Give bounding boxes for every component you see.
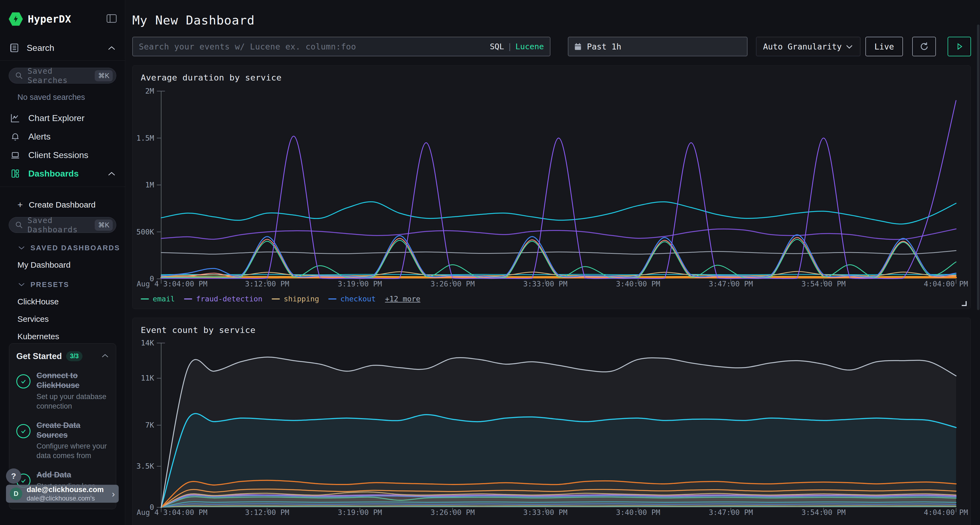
- event-search-placeholder: Search your events w/ Lucene ex. column:…: [139, 42, 490, 51]
- resize-handle[interactable]: [962, 301, 967, 306]
- event-count-chart[interactable]: 03.5K7K11K14KAug 4 3:04:00 PM3:12:00 PM3…: [132, 335, 971, 525]
- chevron-down-icon: [18, 281, 25, 289]
- calendar-icon: [574, 42, 582, 51]
- step-title: Add Data: [37, 470, 109, 480]
- svg-text:7K: 7K: [145, 421, 154, 429]
- svg-text:14K: 14K: [141, 339, 154, 347]
- saved-searches-input[interactable]: Saved Searches ⌘K: [9, 68, 116, 84]
- avatar: D: [10, 487, 22, 500]
- legend-item-checkout[interactable]: checkout: [328, 295, 375, 303]
- get-started-step[interactable]: Connect to ClickHouse Set up your databa…: [16, 371, 109, 411]
- live-button[interactable]: Live: [865, 37, 903, 56]
- refresh-button[interactable]: [912, 37, 936, 56]
- step-description: Set up your database connection: [37, 392, 109, 411]
- dashboards-icon: [9, 169, 21, 178]
- series-other-cyan[interactable]: [161, 202, 956, 224]
- sidebar-item-chart-explorer[interactable]: Chart Explorer: [0, 109, 125, 127]
- lucene-toggle[interactable]: Lucene: [515, 42, 544, 51]
- refresh-icon: [919, 41, 929, 52]
- sidebar-item-search[interactable]: Search: [0, 39, 125, 57]
- search-icon: [15, 221, 23, 229]
- legend-label: checkout: [340, 295, 375, 303]
- shortcut-badge: ⌘K: [95, 219, 113, 231]
- svg-text:2M: 2M: [145, 87, 154, 95]
- sidebar-item-alerts[interactable]: Alerts: [0, 127, 125, 146]
- collapse-sidebar-icon[interactable]: [107, 14, 117, 24]
- chevron-up-icon[interactable]: [108, 43, 116, 53]
- bell-icon: [9, 132, 21, 141]
- legend-more-link[interactable]: +12 more: [385, 295, 420, 303]
- legend-label: email: [153, 295, 175, 303]
- group-title: SAVED DASHBOARDS: [30, 244, 120, 252]
- average-duration-chart[interactable]: 0500K1M1.5M2MAug 4 3:04:00 PM3:12:00 PM3…: [132, 83, 971, 291]
- sidebar-item-my-dashboard[interactable]: My Dashboard: [0, 252, 125, 270]
- svg-text:3:33:00 PM: 3:33:00 PM: [523, 508, 568, 517]
- step-description: Configure where your data comes from: [37, 441, 109, 460]
- sidebar-item-label: Alerts: [28, 132, 51, 142]
- legend-item-shipping[interactable]: shipping: [272, 295, 319, 303]
- get-started-title: Get Started: [16, 351, 62, 361]
- check-circle-icon: [16, 424, 30, 438]
- main-content: My New Dashboard Search your events w/ L…: [126, 0, 980, 525]
- sidebar: HyperDX Search Saved Searches ⌘K No save…: [0, 0, 125, 525]
- saved-dashboards-input[interactable]: Saved Dashboards ⌘K: [9, 217, 116, 233]
- get-started-step[interactable]: Create Data Sources Configure where your…: [16, 420, 109, 461]
- sidebar-item-services[interactable]: Services: [0, 306, 125, 324]
- chevron-up-icon[interactable]: [108, 169, 116, 179]
- sidebar-item-kubernetes[interactable]: Kubernetes: [0, 324, 125, 341]
- saved-dashboards-group-header[interactable]: SAVED DASHBOARDS: [0, 233, 125, 252]
- svg-text:3:54:00 PM: 3:54:00 PM: [802, 508, 846, 517]
- svg-text:3.5K: 3.5K: [136, 462, 154, 470]
- granularity-value: Auto Granularity: [763, 42, 842, 51]
- vertical-scrollbar[interactable]: [977, 24, 980, 310]
- svg-text:3:12:00 PM: 3:12:00 PM: [245, 508, 290, 517]
- check-circle-icon: [16, 374, 30, 389]
- svg-text:500K: 500K: [136, 228, 154, 236]
- shortcut-badge: ⌘K: [95, 70, 113, 81]
- svg-text:3:40:00 PM: 3:40:00 PM: [616, 280, 660, 288]
- search-section-icon: [9, 43, 20, 53]
- play-button[interactable]: [948, 37, 971, 56]
- svg-text:4:04:00 PM: 4:04:00 PM: [924, 508, 968, 517]
- user-team: dale@clickhouse.com's: [27, 495, 112, 502]
- svg-text:3:26:00 PM: 3:26:00 PM: [430, 508, 475, 517]
- app-name: HyperDX: [28, 13, 71, 25]
- legend-swatch: [141, 298, 149, 300]
- sql-toggle[interactable]: SQL: [490, 42, 504, 51]
- granularity-select[interactable]: Auto Granularity: [756, 37, 861, 56]
- help-button[interactable]: ?: [6, 468, 21, 484]
- svg-text:3:47:00 PM: 3:47:00 PM: [709, 280, 753, 288]
- chevron-up-icon[interactable]: [101, 353, 109, 359]
- legend-label: fraud-detection: [196, 295, 262, 303]
- laptop-icon: [9, 150, 21, 160]
- user-account-chip[interactable]: D dale@clickhouse.com dale@clickhouse.co…: [6, 485, 119, 503]
- time-range-picker[interactable]: Past 1h: [568, 37, 748, 56]
- hyperdx-logo-icon: [9, 12, 23, 26]
- group-title: PRESETS: [30, 281, 69, 289]
- svg-text:3:40:00 PM: 3:40:00 PM: [616, 508, 660, 517]
- sidebar-item-label: Chart Explorer: [28, 113, 84, 123]
- search-icon: [15, 71, 23, 80]
- legend-swatch: [328, 298, 336, 300]
- event-search-input[interactable]: Search your events w/ Lucene ex. column:…: [132, 37, 550, 56]
- svg-text:Aug 4 3:04:00 PM: Aug 4 3:04:00 PM: [137, 280, 207, 288]
- legend-item-email[interactable]: email: [141, 295, 175, 303]
- legend-item-fraud-detection[interactable]: fraud-detection: [184, 295, 262, 303]
- create-dashboard-button[interactable]: + Create Dashboard: [0, 187, 125, 210]
- series-other-purple[interactable]: [161, 229, 956, 240]
- sidebar-item-dashboards[interactable]: Dashboards: [0, 164, 125, 183]
- chart-title: Event count by service: [132, 318, 970, 335]
- svg-text:4:04:00 PM: 4:04:00 PM: [924, 280, 968, 288]
- svg-text:3:54:00 PM: 3:54:00 PM: [802, 280, 846, 288]
- presets-group-header[interactable]: PRESETS: [0, 270, 125, 289]
- legend-label: shipping: [284, 295, 319, 303]
- sidebar-item-clickhouse[interactable]: ClickHouse: [0, 289, 125, 306]
- step-title: Connect to ClickHouse: [37, 371, 105, 390]
- series-email[interactable]: [161, 240, 956, 279]
- sidebar-item-label: Dashboards: [28, 169, 79, 179]
- plus-icon: +: [18, 199, 23, 210]
- sidebar-item-client-sessions[interactable]: Client Sessions: [0, 146, 125, 164]
- svg-text:3:47:00 PM: 3:47:00 PM: [709, 508, 753, 517]
- chart-panel-average-duration: Average duration by service 0500K1M1.5M2…: [132, 65, 971, 309]
- user-email: dale@clickhouse.com: [27, 485, 112, 494]
